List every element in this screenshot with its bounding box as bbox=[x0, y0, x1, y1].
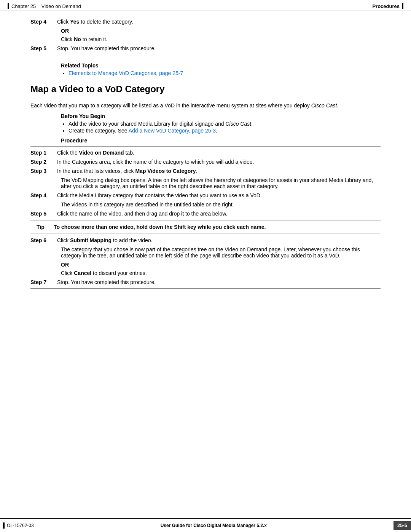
tip-label: Tip bbox=[37, 224, 50, 230]
tip-content: To choose more than one video, hold down… bbox=[54, 224, 266, 230]
header-chapter: Chapter 25 Video on Demand bbox=[11, 3, 81, 9]
click-cancel-row: Click Cancel to discard your entries. bbox=[61, 270, 381, 276]
step4-continuation: The videos in this category are describe… bbox=[61, 201, 381, 208]
before-you-begin: Before You Begin Add the video to your s… bbox=[61, 113, 381, 134]
intro-para: Each video that you map to a category wi… bbox=[30, 102, 381, 109]
step5-row: Step 5 Click the name of the video, and … bbox=[30, 211, 381, 217]
page-footer: OL-15762-03 User Guide for Cisco Digital… bbox=[0, 518, 411, 532]
yes-bold: Yes bbox=[70, 19, 79, 25]
top-divider bbox=[30, 57, 381, 57]
vod-tab-bold: Video on Demand bbox=[79, 150, 124, 156]
step3-continuation: The VoD Mapping dialog box opens. A tree… bbox=[61, 177, 381, 189]
header-rule-right bbox=[402, 3, 403, 9]
page-header: Chapter 25 Video on Demand Procedures bbox=[0, 0, 411, 11]
step6-continuation: The category that you chose is now part … bbox=[61, 246, 381, 259]
step4-label: Step 4 bbox=[30, 192, 57, 198]
header-right: Procedures bbox=[372, 3, 403, 9]
proc-divider-top bbox=[30, 146, 381, 147]
section-heading: Map a Video to a VoD Category bbox=[30, 84, 381, 97]
chapter-label: Chapter 25 bbox=[11, 3, 36, 9]
step7-content: Stop. You have completed this procedure. bbox=[57, 279, 381, 285]
step5-content: Click the name of the video, and then dr… bbox=[57, 211, 381, 217]
top-step5-row: Step 5 Stop. You have completed this pro… bbox=[30, 45, 381, 51]
step7-row: Step 7 Stop. You have completed this pro… bbox=[30, 279, 381, 285]
footer-left: OL-15762-03 bbox=[0, 522, 34, 529]
header-left: Chapter 25 Video on Demand bbox=[8, 3, 81, 9]
before-begin-list: Add the video to your shared Media Libra… bbox=[61, 121, 381, 134]
top-step4-row: Step 4 Click Yes to delete the category. bbox=[30, 19, 381, 25]
top-step5-content: Stop. You have completed this procedure. bbox=[57, 45, 381, 51]
step1-content: Click the Video on Demand tab. bbox=[57, 150, 381, 156]
header-rule-left bbox=[8, 3, 9, 9]
top-step4-content: Click Yes to delete the category. bbox=[57, 19, 381, 25]
related-topics: Related Topics Elements to Manage VoD Ca… bbox=[61, 62, 381, 76]
intro-italic: Cisco Cast bbox=[311, 102, 337, 109]
before-begin-item1: Add the video to your shared Media Libra… bbox=[68, 121, 381, 127]
step2-content: In the Categories area, click the name o… bbox=[57, 159, 381, 165]
top-step5-label: Step 5 bbox=[30, 45, 57, 51]
before-begin-title: Before You Begin bbox=[61, 113, 381, 119]
top-or: OR bbox=[61, 28, 381, 34]
step6-content: Click Submit Mapping to add the video. bbox=[57, 237, 381, 243]
top-step4-label: Step 4 bbox=[30, 19, 57, 25]
related-topics-list: Elements to Manage VoD Categories, page … bbox=[61, 70, 381, 76]
procedure-label: Procedure bbox=[61, 137, 381, 144]
related-topics-link[interactable]: Elements to Manage VoD Categories, page … bbox=[68, 70, 183, 76]
main-content: Step 4 Click Yes to delete the category.… bbox=[0, 11, 411, 320]
section-label: Procedures bbox=[372, 3, 400, 9]
step6-label: Step 6 bbox=[30, 237, 57, 243]
step2-row: Step 2 In the Categories area, click the… bbox=[30, 159, 381, 165]
related-topics-title: Related Topics bbox=[61, 62, 381, 69]
cancel-bold: Cancel bbox=[74, 270, 91, 276]
click-no-row: Click No to retain it. bbox=[61, 36, 381, 42]
step4-content: Click the Media Library category that co… bbox=[57, 192, 381, 198]
related-topics-item: Elements to Manage VoD Categories, page … bbox=[68, 70, 381, 76]
step5-label: Step 5 bbox=[30, 211, 57, 217]
footer-page-number: 25-5 bbox=[393, 521, 411, 530]
footer-rule bbox=[3, 522, 5, 529]
before-begin-item2: Create the category. See Add a New VoD C… bbox=[68, 128, 381, 134]
chapter-title: Video on Demand bbox=[41, 3, 81, 9]
step4-row: Step 4 Click the Media Library category … bbox=[30, 192, 381, 198]
step1-label: Step 1 bbox=[30, 150, 57, 156]
step6-row: Step 6 Click Submit Mapping to add the v… bbox=[30, 237, 381, 243]
footer-center: User Guide for Cisco Digital Media Manag… bbox=[161, 523, 267, 528]
step7-label: Step 7 bbox=[30, 279, 57, 285]
step3-content: In the area that lists videos, click Map… bbox=[57, 168, 381, 174]
submit-mapping-bold: Submit Mapping bbox=[70, 237, 112, 243]
step3-row: Step 3 In the area that lists videos, cl… bbox=[30, 168, 381, 174]
step1-row: Step 1 Click the Video on Demand tab. bbox=[30, 150, 381, 156]
main-or: OR bbox=[61, 262, 381, 268]
proc-divider-bottom bbox=[30, 288, 381, 289]
tip-box: Tip To choose more than one video, hold … bbox=[30, 220, 381, 233]
vod-category-link[interactable]: Add a New VoD Category, page 25-3 bbox=[129, 128, 216, 134]
footer-ol: OL-15762-03 bbox=[7, 523, 34, 528]
step2-label: Step 2 bbox=[30, 159, 57, 165]
map-videos-bold: Map Videos to Category bbox=[135, 168, 196, 174]
no-bold: No bbox=[74, 36, 81, 42]
cisco-cast-italic: Cisco Cast bbox=[225, 121, 251, 127]
step3-label: Step 3 bbox=[30, 168, 57, 174]
